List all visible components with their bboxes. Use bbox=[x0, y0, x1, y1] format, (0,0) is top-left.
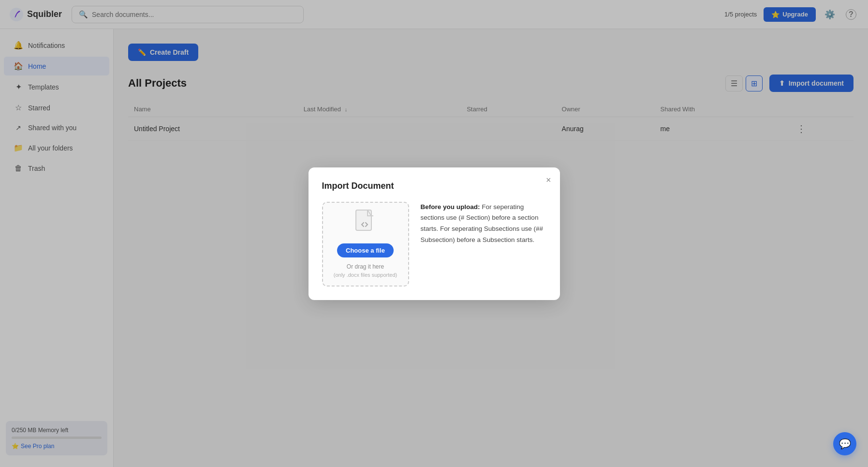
drag-text: Or drag it here (only .docx files suppor… bbox=[334, 262, 397, 279]
chat-bubble[interactable]: 💬 bbox=[833, 432, 856, 455]
instructions-bold: Before you upload: bbox=[421, 203, 480, 211]
chat-bubble-icon: 💬 bbox=[839, 438, 851, 450]
modal-title: Import Document bbox=[322, 181, 546, 191]
upload-instructions: Before you upload: For seperating sectio… bbox=[421, 202, 546, 286]
file-upload-icon bbox=[355, 209, 376, 239]
upload-zone[interactable]: Choose a file Or drag it here (only .doc… bbox=[322, 202, 409, 286]
choose-file-label: Choose a file bbox=[346, 247, 385, 254]
import-document-modal: Import Document × Choose a file bbox=[309, 167, 560, 300]
modal-body: Choose a file Or drag it here (only .doc… bbox=[322, 202, 546, 286]
modal-close-button[interactable]: × bbox=[546, 175, 551, 185]
choose-file-button[interactable]: Choose a file bbox=[337, 243, 394, 257]
close-icon: × bbox=[546, 175, 551, 185]
modal-overlay[interactable]: Import Document × Choose a file bbox=[0, 0, 868, 467]
